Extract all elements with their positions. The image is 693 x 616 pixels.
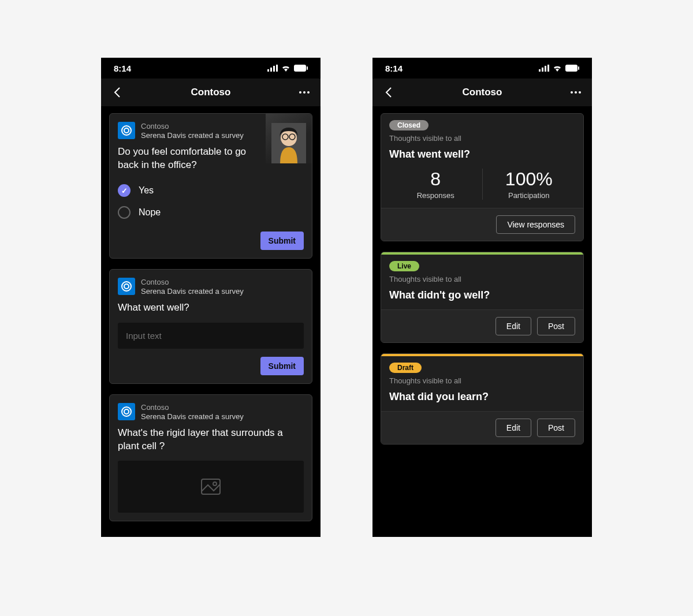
option-label: Nope bbox=[139, 207, 161, 218]
content: Contoso Serena Davis created a survey Do… bbox=[101, 106, 321, 537]
option-nope[interactable]: Nope bbox=[118, 201, 304, 223]
summary-question: What didn't go well? bbox=[389, 289, 575, 301]
status-icons bbox=[539, 65, 579, 72]
summary-question: What went well? bbox=[389, 148, 575, 160]
stat-participation: 100% Participation bbox=[482, 169, 576, 200]
svg-rect-23 bbox=[545, 66, 546, 72]
svg-point-18 bbox=[124, 409, 129, 414]
response-input[interactable] bbox=[118, 323, 304, 349]
status-badge: Closed bbox=[389, 120, 429, 130]
app-icon bbox=[118, 122, 135, 139]
stats-row: 8 Responses 100% Participation bbox=[389, 169, 575, 200]
signal-icon bbox=[539, 65, 549, 72]
svg-point-28 bbox=[575, 91, 577, 94]
view-responses-button[interactable]: View responses bbox=[496, 215, 575, 234]
visibility-text: Thoughts visible to all bbox=[389, 275, 575, 283]
app-icon bbox=[118, 403, 135, 420]
app-name: Contoso bbox=[141, 278, 244, 287]
back-button[interactable] bbox=[109, 84, 125, 100]
submit-button[interactable]: Submit bbox=[260, 232, 304, 250]
stat-label: Responses bbox=[389, 191, 482, 200]
more-button[interactable] bbox=[568, 84, 584, 100]
radio-selected-icon bbox=[118, 184, 131, 197]
svg-rect-25 bbox=[565, 65, 578, 72]
edit-button[interactable]: Edit bbox=[495, 317, 531, 335]
survey-question: What's the rigid layer that surrounds a … bbox=[118, 427, 304, 453]
stat-value: 100% bbox=[483, 169, 576, 190]
wifi-icon bbox=[281, 65, 290, 72]
svg-rect-24 bbox=[547, 65, 549, 72]
visibility-text: Thoughts visible to all bbox=[389, 134, 575, 143]
circle-swirl-icon bbox=[121, 406, 132, 417]
svg-rect-2 bbox=[273, 66, 275, 72]
summary-card-live: Live Thoughts visible to all What didn't… bbox=[381, 252, 584, 343]
battery-icon bbox=[294, 65, 308, 72]
svg-point-8 bbox=[307, 91, 310, 94]
post-button[interactable]: Post bbox=[537, 419, 575, 437]
status-time: 8:14 bbox=[114, 64, 131, 73]
visibility-text: Thoughts visible to all bbox=[389, 376, 575, 385]
status-badge: Draft bbox=[389, 363, 422, 373]
svg-rect-22 bbox=[542, 68, 543, 72]
option-yes[interactable]: Yes bbox=[118, 180, 304, 201]
card-header: Contoso Serena Davis created a survey bbox=[118, 278, 304, 296]
phone-right: 8:14 Contoso Closed Thoughts visible to … bbox=[372, 58, 592, 537]
svg-point-14 bbox=[124, 128, 129, 133]
survey-question: What went well? bbox=[118, 301, 304, 315]
back-button[interactable] bbox=[381, 84, 397, 100]
stat-responses: 8 Responses bbox=[389, 169, 482, 200]
status-bar: 8:14 bbox=[372, 58, 592, 79]
edit-button[interactable]: Edit bbox=[495, 419, 531, 437]
svg-rect-1 bbox=[270, 68, 272, 72]
nav-bar: Contoso bbox=[372, 79, 592, 106]
status-icons bbox=[267, 65, 308, 72]
card-header: Contoso Serena Davis created a survey bbox=[118, 403, 304, 421]
svg-point-20 bbox=[213, 482, 217, 486]
svg-point-16 bbox=[124, 284, 129, 289]
svg-point-6 bbox=[299, 91, 301, 94]
image-icon bbox=[201, 479, 221, 495]
svg-rect-21 bbox=[539, 69, 541, 72]
survey-card: Contoso Serena Davis created a survey Wh… bbox=[109, 269, 312, 384]
phone-left: 8:14 Contoso bbox=[101, 58, 321, 537]
survey-card: Contoso Serena Davis created a survey Wh… bbox=[109, 394, 312, 521]
video-pip[interactable] bbox=[266, 114, 312, 163]
svg-rect-26 bbox=[578, 66, 579, 70]
app-name: Contoso bbox=[141, 122, 244, 131]
card-subtitle: Serena Davis created a survey bbox=[141, 131, 244, 140]
summary-card-draft: Draft Thoughts visible to all What did y… bbox=[381, 353, 584, 445]
svg-point-17 bbox=[122, 407, 131, 416]
status-bar: 8:14 bbox=[101, 58, 321, 79]
svg-point-15 bbox=[122, 282, 131, 291]
post-button[interactable]: Post bbox=[537, 317, 575, 335]
stat-label: Participation bbox=[483, 191, 576, 200]
nav-bar: Contoso bbox=[101, 79, 321, 106]
more-button[interactable] bbox=[296, 84, 312, 100]
card-subtitle: Serena Davis created a survey bbox=[141, 287, 244, 296]
ellipsis-icon bbox=[299, 91, 310, 94]
nav-title: Contoso bbox=[101, 87, 321, 98]
svg-point-13 bbox=[122, 126, 131, 135]
card-meta: Contoso Serena Davis created a survey bbox=[141, 122, 244, 140]
svg-point-27 bbox=[571, 91, 573, 94]
ellipsis-icon bbox=[570, 91, 582, 94]
svg-point-7 bbox=[303, 91, 305, 94]
wifi-icon bbox=[553, 65, 562, 72]
content: Closed Thoughts visible to all What went… bbox=[372, 106, 592, 537]
stat-value: 8 bbox=[389, 169, 482, 190]
chevron-left-icon bbox=[114, 87, 121, 98]
svg-rect-3 bbox=[276, 65, 278, 72]
svg-point-29 bbox=[579, 91, 581, 94]
signal-icon bbox=[267, 65, 278, 72]
nav-title: Contoso bbox=[372, 87, 592, 98]
circle-swirl-icon bbox=[121, 125, 132, 136]
image-placeholder[interactable] bbox=[118, 461, 304, 513]
circle-swirl-icon bbox=[121, 281, 132, 292]
survey-card: Contoso Serena Davis created a survey Do… bbox=[109, 113, 312, 259]
submit-button[interactable]: Submit bbox=[260, 357, 304, 375]
svg-rect-0 bbox=[267, 69, 269, 72]
battery-icon bbox=[565, 65, 579, 72]
card-subtitle: Serena Davis created a survey bbox=[141, 412, 244, 421]
svg-rect-5 bbox=[307, 66, 308, 70]
summary-question: What did you learn? bbox=[389, 391, 575, 403]
